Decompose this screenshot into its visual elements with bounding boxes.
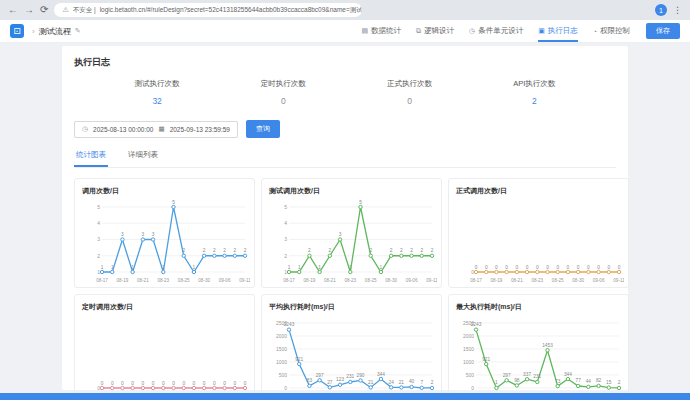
chart-test-calls-per-day: 测试调用次数/日 1234508-1708-1908-2108-2308-250… <box>261 178 442 288</box>
svg-text:344: 344 <box>564 372 572 377</box>
svg-text:08-17: 08-17 <box>96 278 108 283</box>
data-statistics-icon: ▤ <box>361 27 368 35</box>
svg-text:1000: 1000 <box>463 359 474 365</box>
svg-text:44: 44 <box>586 379 592 384</box>
svg-text:0: 0 <box>471 385 474 391</box>
svg-text:82: 82 <box>596 378 602 383</box>
address-bar[interactable]: ⚠ 不安全 | logic.betaoth.cn/#/ruleDesign?se… <box>54 3 362 17</box>
charts-grid: 调用次数/日 1234508-1708-1908-2108-2308-2508-… <box>74 178 616 400</box>
svg-text:2243: 2243 <box>284 322 295 327</box>
subtab-statistics-charts[interactable]: 统计图表 <box>74 150 108 167</box>
date-end: 2025-09-13 23:59:59 <box>170 126 230 133</box>
svg-text:08-21: 08-21 <box>324 278 336 283</box>
svg-text:2: 2 <box>233 248 236 253</box>
tab-permission-control[interactable]: ◔ 权限控制 <box>593 20 630 42</box>
svg-text:0: 0 <box>162 381 165 386</box>
svg-text:290: 290 <box>356 373 364 378</box>
view-subtabs: 统计图表 详细列表 <box>74 150 616 168</box>
browser-menu-icon[interactable]: ⋮ <box>673 5 682 15</box>
svg-text:0: 0 <box>556 265 559 270</box>
main-area: 执行日志 测试执行次数 32 定时执行次数 0 正式执行次数 0 API执行次数… <box>0 43 690 393</box>
svg-text:3: 3 <box>339 232 342 237</box>
svg-text:2: 2 <box>308 248 311 253</box>
svg-text:0: 0 <box>471 269 474 275</box>
svg-text:1: 1 <box>318 265 321 270</box>
app-header: ⊡ › 测试流程 ✎ ▤ 数据统计 ⧉ 逻辑设计 ◷ 条件单元设计 ▣ 执行日志… <box>0 20 690 43</box>
svg-text:08-30: 08-30 <box>198 278 210 283</box>
tab-label: 条件单元设计 <box>478 26 523 36</box>
svg-text:231: 231 <box>533 374 541 379</box>
svg-text:0: 0 <box>193 381 196 386</box>
stat-label: 正式执行次数 <box>387 79 432 89</box>
svg-text:500: 500 <box>466 372 475 378</box>
query-button[interactable]: 查询 <box>246 120 280 138</box>
svg-text:08-30: 08-30 <box>572 278 584 283</box>
svg-text:0: 0 <box>142 381 145 386</box>
svg-text:08-21: 08-21 <box>137 278 149 283</box>
svg-text:1: 1 <box>193 265 196 270</box>
svg-text:2: 2 <box>390 248 393 253</box>
svg-text:08-25: 08-25 <box>178 278 190 283</box>
svg-text:123: 123 <box>336 377 344 382</box>
execution-log-panel: 执行日志 测试执行次数 32 定时执行次数 0 正式执行次数 0 API执行次数… <box>62 46 628 390</box>
svg-text:40: 40 <box>409 379 415 384</box>
tab-execution-log[interactable]: ▣ 执行日志 <box>538 20 578 42</box>
stat-value[interactable]: 2 <box>513 96 555 106</box>
line-chart: 008-1708-1908-2108-2308-2508-3009-0609-1… <box>82 314 250 400</box>
svg-text:5: 5 <box>172 200 175 205</box>
svg-text:0: 0 <box>121 381 124 386</box>
svg-text:500: 500 <box>279 372 288 378</box>
logic-design-icon: ⧉ <box>416 27 421 35</box>
svg-text:2000: 2000 <box>276 333 287 339</box>
tab-logic-design[interactable]: ⧉ 逻辑设计 <box>416 20 454 42</box>
svg-text:2: 2 <box>223 248 226 253</box>
svg-text:1: 1 <box>111 265 114 270</box>
stats-row: 测试执行次数 32 定时执行次数 0 正式执行次数 0 API执行次数 2 <box>94 79 596 106</box>
svg-text:09-11: 09-11 <box>239 278 250 283</box>
svg-text:21: 21 <box>368 380 374 385</box>
svg-text:0: 0 <box>182 381 185 386</box>
profile-avatar[interactable]: 1 <box>655 4 667 16</box>
tab-data-statistics[interactable]: ▤ 数据统计 <box>361 20 401 42</box>
svg-text:09-11: 09-11 <box>426 278 437 283</box>
stat-value[interactable]: 32 <box>135 96 180 106</box>
refresh-icon[interactable]: ⟳ <box>40 5 48 15</box>
chart-formal-calls-per-day: 正式调用次数/日 008-1708-1908-2108-2308-2508-30… <box>448 178 629 288</box>
svg-text:2: 2 <box>420 248 423 253</box>
svg-text:1: 1 <box>101 265 104 270</box>
svg-text:2: 2 <box>431 248 434 253</box>
chart-calls-per-day: 调用次数/日 1234508-1708-1908-2108-2308-2508-… <box>74 178 255 288</box>
svg-text:3: 3 <box>142 232 145 237</box>
svg-text:7: 7 <box>420 380 423 385</box>
save-button[interactable]: 保存 <box>646 23 680 39</box>
not-secure-icon: ⚠ <box>62 6 68 14</box>
bottom-accent-bar <box>0 393 690 400</box>
condition-unit-icon: ◷ <box>469 27 475 35</box>
date-range-picker[interactable]: ◷ 2025-08-13 00:00:00 ▦ 2025-09-13 23:59… <box>74 121 238 138</box>
tab-label: 执行日志 <box>548 26 578 36</box>
svg-text:27: 27 <box>327 380 333 385</box>
url-text: logic.betaoth.cn/#/ruleDesign?secret=52c… <box>100 6 363 15</box>
svg-text:09-06: 09-06 <box>219 278 231 283</box>
svg-text:0: 0 <box>526 265 529 270</box>
svg-text:2: 2 <box>244 248 247 253</box>
svg-text:344: 344 <box>377 372 385 377</box>
svg-text:0: 0 <box>597 265 600 270</box>
svg-text:4: 4 <box>97 220 100 226</box>
svg-text:08-17: 08-17 <box>470 278 482 283</box>
svg-text:0: 0 <box>131 381 134 386</box>
forward-icon[interactable]: → <box>24 5 34 15</box>
tab-condition-unit-design[interactable]: ◷ 条件单元设计 <box>469 20 523 42</box>
svg-text:0: 0 <box>233 381 236 386</box>
subtab-detail-list[interactable]: 详细列表 <box>126 150 160 167</box>
svg-text:2000: 2000 <box>463 333 474 339</box>
svg-text:1: 1 <box>495 380 498 385</box>
edit-icon[interactable]: ✎ <box>75 27 81 35</box>
back-icon[interactable]: ← <box>8 5 18 15</box>
svg-text:1: 1 <box>349 265 352 270</box>
not-secure-label: 不安全 | <box>73 6 96 15</box>
svg-text:1: 1 <box>97 269 100 275</box>
svg-text:0: 0 <box>284 385 287 391</box>
breadcrumb-arrow: › <box>32 27 35 36</box>
svg-text:0: 0 <box>101 381 104 386</box>
